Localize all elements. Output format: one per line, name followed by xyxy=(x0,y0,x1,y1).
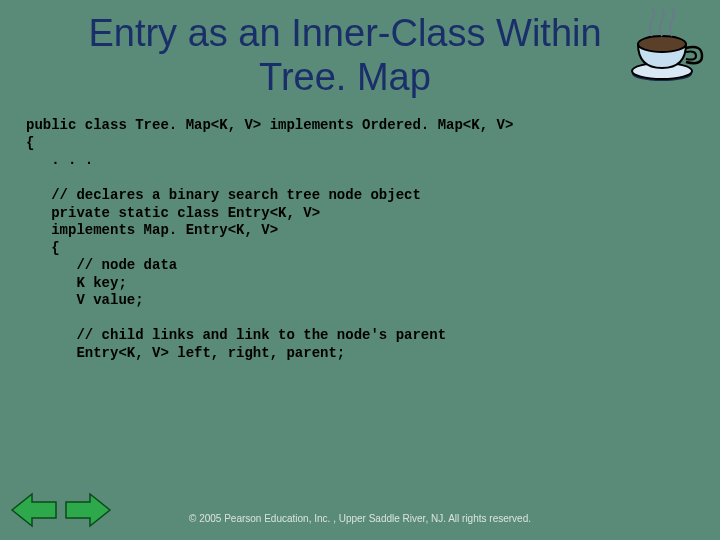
code-content: public class Tree. Map<K, V> implements … xyxy=(0,117,720,362)
svg-marker-3 xyxy=(12,494,56,526)
teacup-icon xyxy=(620,6,710,86)
svg-marker-4 xyxy=(66,494,110,526)
previous-arrow-button[interactable] xyxy=(10,490,58,530)
slide-title: Entry as an Inner-Class Within Tree. Map xyxy=(0,0,720,117)
svg-point-2 xyxy=(638,36,686,52)
navigation xyxy=(10,490,112,530)
next-arrow-button[interactable] xyxy=(64,490,112,530)
slide: Entry as an Inner-Class Within Tree. Map… xyxy=(0,0,720,540)
